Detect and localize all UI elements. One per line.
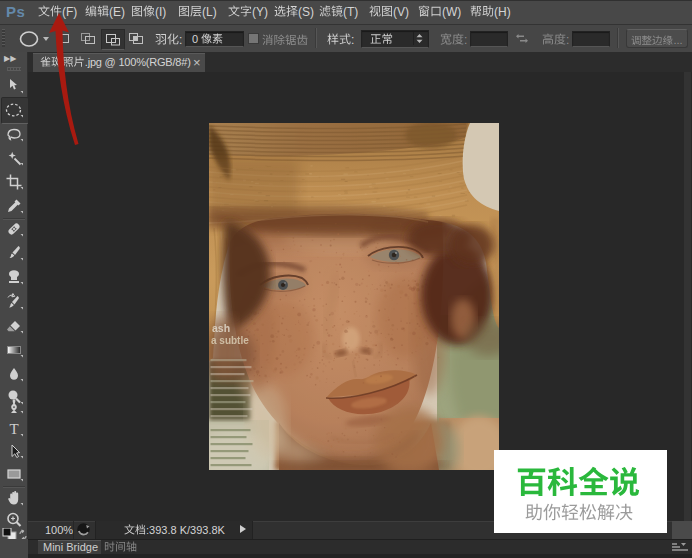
svg-text:T: T bbox=[9, 421, 18, 437]
